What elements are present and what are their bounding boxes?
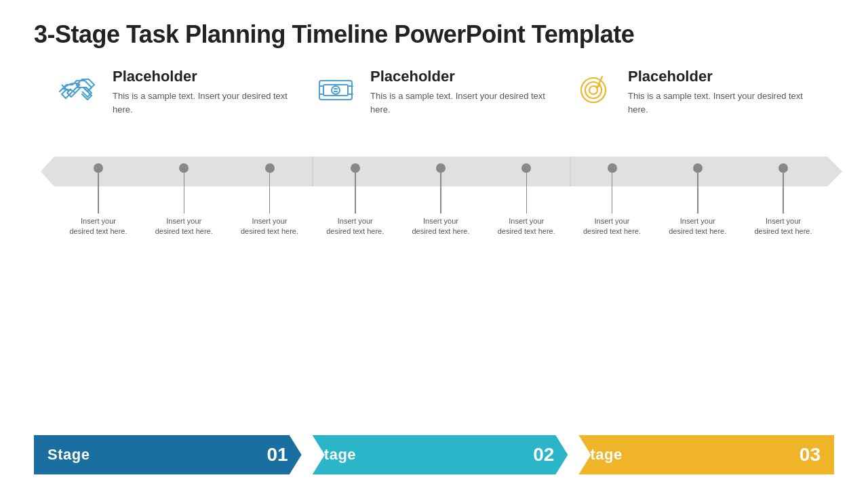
stage-3-icon [570,68,617,108]
dot-line-7 [612,173,613,214]
dot-marker-1 [94,163,103,173]
dot-label-3: Insert your desired text here. [239,216,300,237]
dot-label-4: Insert your desired text here. [325,216,386,237]
stage-1-bar-label: Stage [47,446,90,464]
dot-label-8: Insert your desired text here. [667,216,728,237]
dot-label-9: Insert your desired text here. [753,216,814,237]
dot-line-2 [184,173,185,214]
dot-label-1: Insert your desired text here. [68,216,129,237]
dot-line-4 [355,173,356,214]
stage-3-text: Placeholder This is a sample text. Inser… [628,68,814,116]
stage-1-desc: This is a sample text. Insert your desir… [113,89,298,116]
stage-3-bar-number: 03 [800,444,821,466]
stage-3-bar-label: Stage [580,446,622,464]
stage-2-icon [312,68,359,108]
dot-marker-7 [608,163,617,173]
dot-line-9 [783,173,784,214]
stage-2-desc: This is a sample text. Insert your desir… [370,89,556,116]
dot-marker-5 [436,163,446,173]
stage-info-2: Placeholder This is a sample text. Inser… [305,68,563,116]
svg-rect-1 [319,81,352,100]
stage-1-text: Placeholder This is a sample text. Inser… [113,68,298,116]
dot-label-7: Insert your desired text here. [582,216,643,237]
dot-1: Insert your desired text here. [68,163,129,237]
stage-3-desc: This is a sample text. Insert your desir… [628,89,814,116]
stage-3-title: Placeholder [628,68,814,85]
stage-1-title: Placeholder [113,68,298,85]
dot-line-1 [98,173,99,214]
slide: 3-Stage Task Planning Timeline PowerPoin… [0,0,868,488]
stage-1-icon [54,68,102,108]
dot-line-3 [269,173,271,214]
dot-marker-8 [693,163,703,173]
dot-8: Insert your desired text here. [667,163,728,237]
stage-bar-3: Stage 03 [566,435,834,474]
dot-2: Insert your desired text here. [153,163,214,237]
dot-line-6 [526,173,528,214]
stage-bar-2: Stage 02 [300,435,568,474]
timeline-dots: Insert your desired text here.Insert you… [54,163,827,237]
dot-9: Insert your desired text here. [753,163,814,237]
dot-5: Insert your desired text here. [410,163,471,237]
svg-point-0 [77,83,79,86]
dot-marker-9 [778,163,788,173]
dot-label-5: Insert your desired text here. [410,216,471,237]
stage-2-text: Placeholder This is a sample text. Inser… [370,68,556,116]
top-section: Placeholder This is a sample text. Inser… [34,68,834,116]
stage-info-1: Placeholder This is a sample text. Inser… [47,68,305,116]
dot-3: Insert your desired text here. [239,163,300,237]
dot-marker-2 [179,163,189,173]
stage-2-bar-label: Stage [314,446,356,464]
stage-2-bar-number: 02 [533,444,554,466]
dot-label-2: Insert your desired text here. [153,216,214,237]
stage-1-bar-number: 01 [267,444,288,466]
timeline-section: Insert your desired text here.Insert you… [34,123,834,299]
dot-line-5 [440,173,441,214]
dot-marker-6 [521,163,531,173]
dot-line-8 [697,173,698,214]
svg-point-3 [332,86,340,94]
dot-6: Insert your desired text here. [496,163,557,237]
dot-marker-3 [265,163,275,173]
dot-7: Insert your desired text here. [582,163,643,237]
page-title: 3-Stage Task Planning Timeline PowerPoin… [34,20,834,49]
stage-2-title: Placeholder [370,68,556,85]
dot-marker-4 [351,163,360,173]
stage-bar-1: Stage 01 [34,435,302,474]
dot-label-6: Insert your desired text here. [496,216,557,237]
stage-info-3: Placeholder This is a sample text. Inser… [563,68,821,116]
dot-4: Insert your desired text here. [325,163,386,237]
stages-section: Stage 01 Stage 02 Stage 03 [0,435,868,474]
